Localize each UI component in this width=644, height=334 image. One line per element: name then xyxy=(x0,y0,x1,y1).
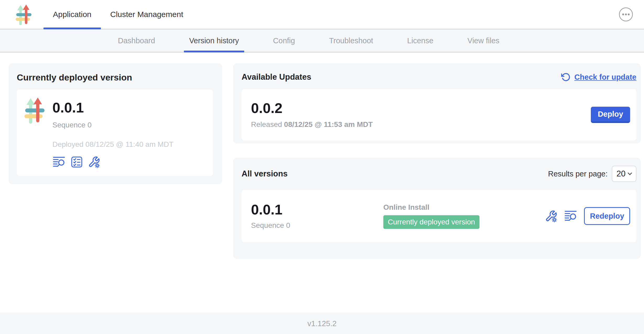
available-updates-card: Available Updates Check for update 0.0.2… xyxy=(233,63,641,143)
top-nav: Application Cluster Management xyxy=(0,0,644,29)
deploy-logs-button[interactable] xyxy=(52,156,66,168)
active-tab-underline xyxy=(43,28,101,29)
check-for-update-label: Check for update xyxy=(574,73,636,82)
app-subnav: Dashboard Version history Config Trouble… xyxy=(0,29,644,52)
overflow-menu-button[interactable] xyxy=(618,7,634,22)
tab-license[interactable]: License xyxy=(402,29,439,52)
deploy-button[interactable]: Deploy xyxy=(591,107,630,123)
all-versions-card: All versions Results per page: 20 0.0.1 … xyxy=(233,158,641,259)
console-footer: v1.125.2 xyxy=(0,313,644,334)
console-version: v1.125.2 xyxy=(307,319,336,328)
tab-cluster-management[interactable]: Cluster Management xyxy=(101,0,193,29)
app-icon xyxy=(24,96,46,124)
tab-version-history[interactable]: Version history xyxy=(184,29,244,52)
app-logo-icon xyxy=(24,96,46,124)
check-for-update-link[interactable]: Check for update xyxy=(561,72,636,82)
tab-application[interactable]: Application xyxy=(43,0,101,29)
results-per-page-select[interactable]: 20 xyxy=(612,166,636,182)
version-history-page: Currently deployed version 0.0.1 Sequenc… xyxy=(0,52,644,313)
deployed-version-number: 0.0.1 xyxy=(52,100,173,115)
status-badge: Currently deployed version xyxy=(383,215,479,229)
released-timestamp: 08/12/25 @ 11:53 am MDT xyxy=(284,120,373,128)
edit-config-button[interactable] xyxy=(88,156,100,168)
tab-license-label: License xyxy=(407,36,433,45)
results-per-page-value: 20 xyxy=(616,169,625,179)
tab-dashboard-label: Dashboard xyxy=(118,36,155,45)
redeploy-button[interactable]: Redeploy xyxy=(584,207,630,225)
row-install-type: Online Install xyxy=(383,203,545,212)
app-logo xyxy=(16,3,32,25)
tab-application-label: Application xyxy=(53,10,91,19)
preflight-checks-button[interactable] xyxy=(71,156,83,168)
tab-dashboard[interactable]: Dashboard xyxy=(113,29,160,52)
row-deploy-logs-button[interactable] xyxy=(564,210,577,222)
available-updates-title: Available Updates xyxy=(242,72,311,82)
tab-config-label: Config xyxy=(273,36,295,45)
row-edit-config-button[interactable] xyxy=(545,210,557,222)
config-icon xyxy=(88,156,100,168)
ellipsis-icon xyxy=(618,7,634,22)
tab-cluster-management-label: Cluster Management xyxy=(110,10,183,19)
config-icon xyxy=(545,210,557,222)
tab-view-files-label: View files xyxy=(467,36,499,45)
deploy-logs-icon xyxy=(52,156,66,168)
tab-view-files[interactable]: View files xyxy=(462,29,505,52)
tab-troubleshoot-label: Troubleshoot xyxy=(329,36,373,45)
deployed-sequence: Sequence 0 xyxy=(52,121,173,129)
tab-troubleshoot[interactable]: Troubleshoot xyxy=(324,29,378,52)
refresh-icon xyxy=(561,72,571,82)
update-released-line: Released 08/12/25 @ 11:53 am MDT xyxy=(251,120,373,129)
currently-deployed-title: Currently deployed version xyxy=(17,72,213,83)
released-prefix: Released xyxy=(251,120,282,128)
all-versions-title: All versions xyxy=(242,169,288,179)
currently-deployed-card: Currently deployed version 0.0.1 Sequenc… xyxy=(9,63,222,184)
tab-version-history-label: Version history xyxy=(189,36,239,45)
active-subtab-underline xyxy=(184,51,244,52)
version-row: 0.0.1 Sequence 0 Online Install Currentl… xyxy=(242,190,636,242)
row-sequence: Sequence 0 xyxy=(251,221,383,230)
results-per-page-label: Results per page: xyxy=(548,170,608,178)
chevron-down-icon xyxy=(626,170,633,177)
update-version-number: 0.0.2 xyxy=(251,101,373,115)
deployed-version-panel: 0.0.1 Sequence 0 Deployed 08/12/25 @ 11:… xyxy=(17,89,213,176)
deploy-logs-icon xyxy=(564,210,577,222)
tab-config[interactable]: Config xyxy=(268,29,300,52)
app-logo-icon xyxy=(16,3,32,25)
available-update-row: 0.0.2 Released 08/12/25 @ 11:53 am MDT D… xyxy=(242,89,636,141)
deployed-timestamp: Deployed 08/12/25 @ 11:40 am MDT xyxy=(52,140,173,149)
preflight-checks-icon xyxy=(71,156,83,168)
row-version-number: 0.0.1 xyxy=(251,202,383,217)
